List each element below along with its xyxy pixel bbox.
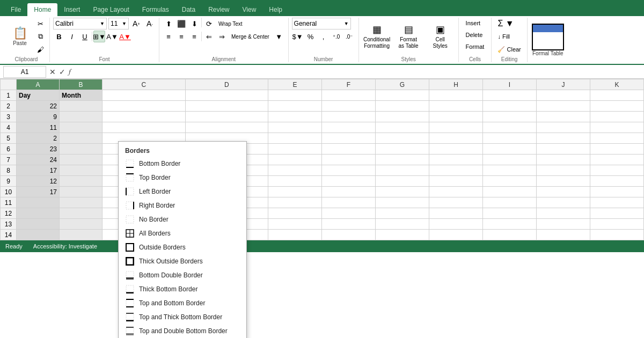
cell-col7-13[interactable] <box>376 219 429 230</box>
cell-col10-8[interactable] <box>537 165 590 176</box>
cell-col10-4[interactable] <box>537 122 590 133</box>
left-border-item[interactable]: Left Border <box>119 185 246 199</box>
number-format-select[interactable]: General ▼ <box>292 18 351 30</box>
cell-col7-3[interactable] <box>376 112 429 122</box>
cell-col3-2[interactable] <box>103 101 186 112</box>
cell-col10-5[interactable] <box>537 133 590 144</box>
spreadsheet-scroll[interactable]: A B C D E F G H I J K 1DayMonth222394115… <box>0 79 644 240</box>
cell-B6[interactable] <box>60 144 103 155</box>
col-header-E[interactable]: E <box>268 79 322 90</box>
cell-col6-1[interactable] <box>322 90 376 101</box>
cell-col9-5[interactable] <box>483 133 537 144</box>
cell-col11-3[interactable] <box>590 112 644 122</box>
cell-col9-1[interactable] <box>483 90 537 101</box>
cell-col3-4[interactable] <box>103 122 186 133</box>
cell-col10-2[interactable] <box>537 101 590 112</box>
cell-col8-2[interactable] <box>429 101 483 112</box>
cell-col5-2[interactable] <box>268 101 322 112</box>
cell-col11-11[interactable] <box>590 197 644 208</box>
cell-col9-14[interactable] <box>483 230 537 240</box>
cell-B5[interactable] <box>60 133 103 144</box>
col-header-D[interactable]: D <box>185 79 268 90</box>
row-header-8[interactable]: 8 <box>1 165 17 176</box>
row-header-10[interactable]: 10 <box>1 187 17 197</box>
row-header-13[interactable]: 13 <box>1 219 17 230</box>
cell-col11-10[interactable] <box>590 187 644 197</box>
thick-outside-item[interactable]: Thick Outside Borders <box>119 254 246 268</box>
cell-col9-6[interactable] <box>483 144 537 155</box>
font-color-button[interactable]: A▼ <box>119 31 131 42</box>
cell-B11[interactable] <box>60 197 103 208</box>
row-header-12[interactable]: 12 <box>1 208 17 219</box>
cell-col7-1[interactable] <box>376 90 429 101</box>
cell-col6-7[interactable] <box>322 155 376 165</box>
row-header-6[interactable]: 6 <box>1 144 17 155</box>
bottom-border-item[interactable]: Bottom Border <box>119 157 246 171</box>
cell-A11[interactable] <box>17 197 60 208</box>
cell-col10-9[interactable] <box>537 176 590 187</box>
cell-col7-10[interactable] <box>376 187 429 197</box>
currency-btn[interactable]: $▼ <box>292 31 304 42</box>
cell-col11-13[interactable] <box>590 219 644 230</box>
cell-col6-2[interactable] <box>322 101 376 112</box>
cell-col10-14[interactable] <box>537 230 590 240</box>
col-header-K[interactable]: K <box>590 79 644 90</box>
top-border-item[interactable]: Top Border <box>119 171 246 185</box>
cell-col7-5[interactable] <box>376 133 429 144</box>
cell-col10-11[interactable] <box>537 197 590 208</box>
cell-col7-9[interactable] <box>376 176 429 187</box>
col-header-C[interactable]: C <box>103 79 186 90</box>
confirm-formula-icon[interactable]: ✓ <box>59 68 65 76</box>
cell-col5-8[interactable] <box>268 165 322 176</box>
cell-col10-10[interactable] <box>537 187 590 197</box>
cell-col8-12[interactable] <box>429 208 483 219</box>
cell-col8-9[interactable] <box>429 176 483 187</box>
cell-A7[interactable]: 24 <box>17 155 60 165</box>
cell-B9[interactable] <box>60 176 103 187</box>
cell-A14[interactable] <box>17 230 60 240</box>
cell-col11-2[interactable] <box>590 101 644 112</box>
cell-col5-3[interactable] <box>268 112 322 122</box>
cell-col9-13[interactable] <box>483 219 537 230</box>
cell-col8-7[interactable] <box>429 155 483 165</box>
cell-col7-4[interactable] <box>376 122 429 133</box>
delete-btn[interactable]: Delete <box>462 30 487 40</box>
cell-col9-3[interactable] <box>483 112 537 122</box>
tab-review[interactable]: Review <box>202 3 236 16</box>
cell-A5[interactable]: 2 <box>17 133 60 144</box>
align-center-btn[interactable]: ≡ <box>175 31 187 42</box>
bottom-double-item[interactable]: Bottom Double Border <box>119 268 246 282</box>
cell-col8-6[interactable] <box>429 144 483 155</box>
col-header-A[interactable]: A <box>17 79 60 90</box>
cell-col9-4[interactable] <box>483 122 537 133</box>
cell-A10[interactable]: 17 <box>17 187 60 197</box>
cell-col4-3[interactable] <box>185 112 268 122</box>
tab-formulas[interactable]: Formulas <box>136 3 175 16</box>
cell-A13[interactable] <box>17 219 60 230</box>
cell-col8-4[interactable] <box>429 122 483 133</box>
cell-col7-8[interactable] <box>376 165 429 176</box>
thick-bottom-item[interactable]: Thick Bottom Border <box>119 282 246 296</box>
cell-col5-5[interactable] <box>268 133 322 144</box>
cell-col6-10[interactable] <box>322 187 376 197</box>
cell-A2[interactable]: 22 <box>17 101 60 112</box>
col-header-J[interactable]: J <box>537 79 590 90</box>
cell-col7-11[interactable] <box>376 197 429 208</box>
cell-B7[interactable] <box>60 155 103 165</box>
cell-col10-13[interactable] <box>537 219 590 230</box>
borders-button[interactable]: ⊞▼ <box>93 31 105 42</box>
cell-col5-9[interactable] <box>268 176 322 187</box>
cell-col9-8[interactable] <box>483 165 537 176</box>
outside-borders-item[interactable]: Outside Borders <box>119 240 246 254</box>
cell-col8-13[interactable] <box>429 219 483 230</box>
cancel-formula-icon[interactable]: ✕ <box>49 68 56 76</box>
cell-B8[interactable] <box>60 165 103 176</box>
cell-col6-9[interactable] <box>322 176 376 187</box>
align-left-btn[interactable]: ≡ <box>163 31 174 42</box>
cell-col9-9[interactable] <box>483 176 537 187</box>
row-header-1[interactable]: 1 <box>1 90 17 101</box>
cell-col8-10[interactable] <box>429 187 483 197</box>
row-header-14[interactable]: 14 <box>1 230 17 240</box>
cell-col8-3[interactable] <box>429 112 483 122</box>
cell-col10-6[interactable] <box>537 144 590 155</box>
